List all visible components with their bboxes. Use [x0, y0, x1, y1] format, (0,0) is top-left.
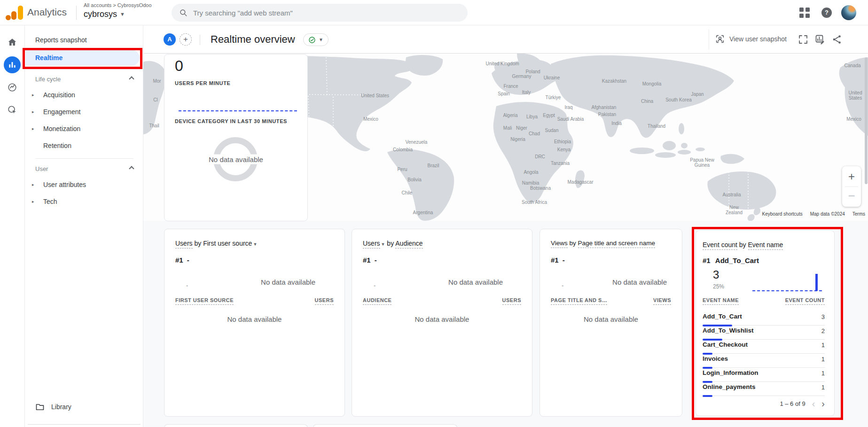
report-header: A + Realtime overview ▼ View user snapsh…: [143, 25, 868, 54]
topbar-divider: [76, 6, 77, 20]
table-no-data-label: No data available: [540, 315, 682, 323]
table-row[interactable]: Add_To_Cart 3: [703, 311, 825, 326]
terms-link[interactable]: Terms: [852, 211, 865, 217]
dimension-placeholder: -: [186, 282, 188, 289]
zoom-in-button[interactable]: +: [842, 166, 861, 186]
expand-arrow-icon: ▸: [32, 87, 34, 103]
rank-label: #1: [363, 256, 371, 264]
property-avatar[interactable]: A: [164, 33, 176, 46]
sidebar-nav: Reports snapshot Realtime Life cycle ▸ A…: [25, 25, 143, 427]
column-dimension[interactable]: PAGE TITLE AND S…: [551, 297, 607, 305]
map-attribution: Keyboard shortcuts Map data ©2024 Terms: [760, 210, 868, 217]
nav-divider: [35, 158, 133, 159]
metric-link[interactable]: Views: [551, 240, 568, 248]
sidebar-item-acquisition[interactable]: ▸ Acquisition: [25, 87, 143, 103]
column-metric[interactable]: VIEWS: [653, 297, 671, 305]
view-user-snapshot-button[interactable]: View user snapshot: [715, 34, 787, 44]
table-row[interactable]: Add_To_Wishlist 2: [703, 326, 825, 340]
share-icon[interactable]: [831, 34, 843, 45]
users-per-minute-value: 0: [175, 57, 183, 75]
card-event-count-by-event-name: Event count by Event name #1 Add_To_Cart…: [696, 230, 835, 416]
table-row[interactable]: Online_payments 1: [703, 382, 825, 396]
top-app-bar: Analytics All accounts > CybrosysOdoo cy…: [0, 0, 868, 25]
next-page-button[interactable]: ›: [821, 400, 825, 407]
prev-page-button[interactable]: ‹: [812, 400, 815, 407]
event-name: Cart_Checkout: [703, 341, 748, 348]
event-count: 1: [821, 342, 825, 349]
help-icon[interactable]: ?: [821, 8, 832, 18]
card-title: Users by First user source▼: [175, 240, 257, 247]
library-label: Library: [51, 403, 71, 411]
column-metric[interactable]: USERS: [315, 297, 334, 305]
event-name: Login_Information: [703, 369, 759, 376]
rank-label: #1: [551, 256, 559, 264]
home-icon[interactable]: [4, 34, 21, 51]
table-row[interactable]: Login_Information 1: [703, 368, 825, 382]
column-event-name[interactable]: EVENT NAME: [703, 297, 739, 305]
chevron-down-icon: ▼: [120, 11, 125, 17]
sidebar-item-engagement[interactable]: ▸ Engagement: [25, 104, 143, 120]
metric-link[interactable]: Users: [363, 240, 380, 248]
table-row[interactable]: Cart_Checkout 1: [703, 340, 825, 354]
fullscreen-icon[interactable]: [798, 34, 809, 45]
keyboard-shortcuts-link[interactable]: Keyboard shortcuts: [762, 211, 803, 217]
chevron-down-icon[interactable]: ▼: [253, 242, 257, 247]
dimension-link[interactable]: Audience: [395, 240, 422, 248]
user-avatar[interactable]: [841, 5, 856, 20]
event-name: Add_To_Cart: [703, 313, 742, 320]
scrollbar-thumb[interactable]: [865, 57, 868, 184]
column-dimension[interactable]: AUDIENCE: [363, 297, 391, 305]
explore-icon[interactable]: [4, 79, 21, 96]
collapse-chevron-icon[interactable]: [129, 76, 134, 81]
report-status-pill[interactable]: ▼: [303, 33, 328, 46]
sidebar-item-reports-snapshot[interactable]: Reports snapshot: [25, 32, 143, 48]
dimension-link[interactable]: Page title and screen name: [578, 240, 655, 248]
scrollbar[interactable]: [864, 54, 868, 427]
event-count: 1: [821, 370, 825, 377]
sidebar-bottom-divider: [28, 424, 141, 425]
rank-row: #1-: [175, 256, 189, 264]
breadcrumb[interactable]: All accounts > CybrosysOdoo: [84, 2, 152, 8]
row-divider: [703, 396, 825, 396]
add-comparison-button[interactable]: +: [180, 33, 192, 46]
dimension-placeholder: -: [374, 282, 375, 289]
users-per-minute-label: USERS PER MINUTE: [175, 80, 230, 86]
analytics-logo-icon[interactable]: [6, 5, 24, 21]
column-dimension[interactable]: FIRST USER SOURCE: [175, 297, 234, 305]
apps-grid-icon[interactable]: [799, 8, 810, 18]
sidebar-item-retention[interactable]: Retention: [25, 138, 143, 154]
search-icon: [179, 8, 188, 17]
rank-label: #1: [175, 256, 183, 264]
search-bar[interactable]: [172, 4, 468, 22]
card-title: Views by Page title and screen name: [551, 240, 655, 247]
card-users-by-first-user-source: Users by First user source▼ #1- - No dat…: [164, 229, 345, 417]
sidebar-item-library[interactable]: Library: [35, 402, 71, 411]
dimension-link[interactable]: Event name: [748, 241, 783, 250]
logo-dot: [6, 15, 11, 20]
collapse-chevron-icon[interactable]: [129, 166, 134, 171]
sidebar-item-tech[interactable]: ▸ Tech: [25, 194, 143, 210]
event-name: Add_To_Wishlist: [703, 327, 753, 334]
next-row-card-stub: [164, 424, 308, 427]
account-switcher[interactable]: cybrosys▼: [84, 9, 125, 19]
metric-link[interactable]: Users: [175, 240, 193, 248]
card-views-by-page-title: Views by Page title and screen name #1- …: [540, 229, 682, 417]
sidebar-item-realtime[interactable]: Realtime: [25, 50, 140, 66]
search-input[interactable]: [193, 9, 460, 17]
expand-arrow-icon: ▸: [32, 194, 34, 210]
edit-report-icon[interactable]: [814, 34, 826, 45]
column-metric[interactable]: USERS: [502, 297, 521, 305]
event-sparkline-bar: [815, 274, 818, 291]
sidebar-item-label: Engagement: [43, 108, 80, 116]
sidebar-item-monetization[interactable]: ▸ Monetization: [25, 121, 143, 137]
dimension-link[interactable]: First user source: [203, 240, 252, 247]
expand-arrow-icon: ▸: [32, 104, 34, 120]
sidebar-item-user-attributes[interactable]: ▸ User attributes: [25, 177, 143, 193]
metric-link[interactable]: Event count: [703, 241, 737, 250]
table-row[interactable]: Invoices 1: [703, 354, 825, 368]
section-title-user: User: [35, 165, 48, 172]
next-row-card-stub: [313, 424, 457, 427]
reports-icon[interactable]: [4, 56, 21, 73]
advertising-icon[interactable]: [4, 101, 21, 118]
column-event-count[interactable]: EVENT COUNT: [785, 297, 825, 305]
